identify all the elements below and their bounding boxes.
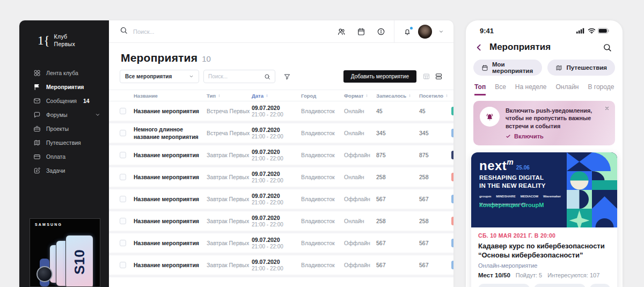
flag-icon (33, 83, 41, 91)
sort-icon (265, 93, 269, 98)
phone-pills: Мои мероприятияПутешествия (466, 53, 623, 76)
bell-icon[interactable] (403, 27, 412, 36)
sidebar-item-label: Сообщения (46, 98, 77, 104)
event-format-cell: Оффлайн (344, 262, 376, 268)
row-status-indicator (451, 195, 453, 203)
table-row[interactable]: Немного длинное название мероприятияВстр… (109, 123, 453, 145)
event-format-cell: Онлайн (344, 108, 376, 114)
info-icon[interactable] (377, 27, 385, 36)
status-time: 9:41 (480, 27, 494, 35)
column-header[interactable]: Тип (207, 93, 252, 99)
sidebar-item[interactable]: Сообщения14 (19, 94, 109, 108)
notification-dot (410, 27, 413, 30)
event-date-cell: 09.07.202021:00 - 22:00 (252, 105, 301, 117)
phone-tab[interactable]: Онлайн (556, 83, 579, 95)
sidebar-item[interactable]: Лента клуба (19, 66, 109, 80)
table-row[interactable]: Название мероприятияЗавтрак Первых09.07.… (109, 145, 453, 167)
back-icon[interactable] (474, 43, 484, 52)
list-view-icon[interactable] (435, 72, 443, 80)
phone-filter-pill[interactable]: Мои мероприятия (473, 60, 542, 76)
avatar[interactable] (418, 25, 432, 39)
column-header[interactable]: Записалось (376, 93, 419, 99)
sidebar-item-label: Оплата (46, 153, 65, 160)
event-type-cell: Завтрак Первых (207, 152, 252, 158)
calendar-icon[interactable] (357, 27, 365, 36)
filter-icon[interactable] (283, 73, 291, 80)
column-header[interactable]: Дата (252, 93, 301, 99)
partner-logo: MINDSHARE (496, 195, 515, 198)
logo-brace-glyph: 1{ (38, 34, 50, 48)
row-checkbox[interactable] (120, 196, 126, 202)
phone-filter-pill[interactable]: Путешествия (547, 60, 615, 76)
event-city-cell: Владивосток (301, 218, 344, 224)
table-row[interactable]: Название мероприятияЗавтрак Первых09.07.… (109, 189, 453, 211)
event-name-cell: Название мероприятия (134, 151, 207, 159)
sidebar-item[interactable]: Форумы (19, 108, 109, 122)
events-table: НазваниеТипДатаГородФорматЗаписалосьПосе… (109, 90, 453, 287)
interesting-button[interactable]: Интересно (478, 284, 530, 287)
event-format-cell: Онлайн (344, 130, 376, 136)
phone-tab[interactable]: В городе (588, 83, 614, 95)
column-header[interactable]: Формат (344, 93, 376, 99)
event-name-cell: Название мероприятия (134, 107, 207, 115)
column-header[interactable]: Посетило (419, 93, 446, 99)
search-icon[interactable] (603, 43, 612, 52)
phone-tab[interactable]: На неделе (515, 83, 547, 95)
event-attended-cell: 567 (419, 196, 446, 202)
global-search-input[interactable] (133, 28, 240, 35)
event-attended-cell: 258 (419, 174, 446, 180)
enable-push-button[interactable]: Включить (506, 133, 609, 139)
ad-product-label: S10 (71, 249, 87, 274)
row-checkbox[interactable] (120, 262, 126, 268)
ad-brand-label: SAMSUNG (35, 223, 62, 226)
add-event-button[interactable]: Добавить мероприятие (343, 70, 416, 83)
table-row[interactable]: Название мероприятияВстреча Первых09.07.… (109, 101, 453, 123)
row-checkbox[interactable] (120, 174, 126, 180)
events-filter-select[interactable]: Все мероприятия (120, 70, 199, 83)
row-checkbox[interactable] (120, 218, 126, 224)
members-icon[interactable] (337, 27, 346, 36)
banner-headline-2: IN THE NEW REALITY (479, 182, 546, 189)
close-icon[interactable] (604, 106, 610, 111)
table-view-icon[interactable] (422, 72, 430, 80)
chevron-down-icon[interactable] (438, 29, 444, 34)
phone-tab[interactable]: Все (495, 83, 506, 95)
more-options-button[interactable] (590, 284, 610, 287)
go-button[interactable]: Пойду (534, 284, 586, 287)
table-search-input[interactable] (208, 73, 257, 79)
sidebar-item[interactable]: Оплата (19, 150, 109, 164)
row-checkbox[interactable] (120, 108, 126, 114)
table-row[interactable]: Название мероприятияЗавтрак Первых09.07.… (109, 211, 453, 233)
row-checkbox[interactable] (120, 152, 126, 158)
chat-icon (33, 111, 41, 119)
event-format-cell: Онлайн (344, 218, 376, 224)
phone-tab[interactable]: Топ (474, 83, 486, 95)
sidebar-item-label: Проекты (46, 126, 69, 132)
table-row[interactable]: Название мероприятияЗавтрак Первых09.07.… (109, 233, 453, 255)
app-window: 1{ Клуб Первых Лента клубаМероприятияСоо… (19, 20, 453, 287)
row-checkbox[interactable] (120, 130, 126, 136)
filter-right: Добавить мероприятие (343, 70, 443, 83)
sidebar-item[interactable]: Путешествия (19, 136, 109, 150)
event-registered-cell: 45 (376, 108, 419, 114)
map-icon (33, 139, 41, 146)
sidebar-item[interactable]: Проекты (19, 122, 109, 136)
banner-geometric-art (567, 152, 617, 227)
table-row[interactable]: Название мероприятияЗавтрак Первых09.07.… (109, 167, 453, 189)
view-toggle (422, 72, 443, 80)
sort-icon (445, 93, 449, 98)
table-row[interactable]: Название мероприятияЗавтрак Первых09.07.… (109, 255, 453, 277)
event-registered-cell: 875 (376, 152, 419, 158)
samsung-ad-banner[interactable]: SAMSUNG S10 (30, 218, 100, 287)
sidebar-item[interactable]: Мероприятия (19, 80, 109, 94)
sidebar-item[interactable]: Задачи (19, 164, 109, 178)
row-checkbox[interactable] (120, 240, 126, 246)
event-card[interactable]: next m 25.06 RESHAPING DIGITAL IN THE NE… (471, 152, 617, 287)
event-name-cell: Название мероприятия (134, 261, 207, 269)
sidebar-item-label: Задачи (46, 167, 65, 174)
ad-watch-graphic (36, 266, 53, 282)
sort-icon (408, 93, 412, 98)
nextm-logo-sup: m (507, 158, 513, 166)
event-name-cell: Немного длинное название мероприятия (134, 126, 207, 141)
sidebar: 1{ Клуб Первых Лента клубаМероприятияСоо… (19, 20, 109, 287)
